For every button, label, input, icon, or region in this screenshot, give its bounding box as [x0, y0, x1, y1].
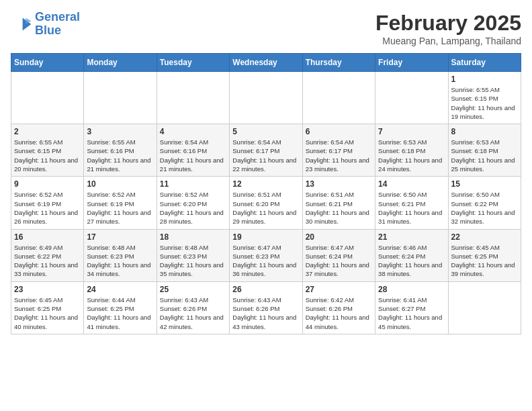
day-number: 28 [378, 285, 445, 294]
calendar-cell [157, 72, 229, 124]
day-info: Sunrise: 6:52 AM Sunset: 6:19 PM Dayligh… [87, 190, 153, 226]
col-header-tuesday: Tuesday [157, 54, 229, 72]
day-info: Sunrise: 6:54 AM Sunset: 6:17 PM Dayligh… [306, 138, 372, 173]
day-info: Sunrise: 6:55 AM Sunset: 6:15 PM Dayligh… [451, 85, 518, 121]
day-number: 16 [14, 232, 81, 242]
calendar-cell [375, 72, 448, 124]
calendar-cell: 15Sunrise: 6:50 AM Sunset: 6:22 PM Dayli… [448, 177, 521, 229]
calendar-cell [448, 281, 521, 334]
day-info: Sunrise: 6:46 AM Sunset: 6:24 PM Dayligh… [378, 243, 445, 279]
calendar-cell: 9Sunrise: 6:52 AM Sunset: 6:19 PM Daylig… [11, 177, 84, 229]
col-header-friday: Friday [375, 54, 448, 72]
day-number: 21 [378, 232, 445, 242]
day-number: 2 [14, 127, 81, 136]
day-info: Sunrise: 6:42 AM Sunset: 6:26 PM Dayligh… [306, 295, 372, 331]
col-header-sunday: Sunday [11, 54, 84, 72]
calendar-cell: 14Sunrise: 6:50 AM Sunset: 6:21 PM Dayli… [375, 177, 448, 229]
calendar-cell: 5Sunrise: 6:54 AM Sunset: 6:17 PM Daylig… [230, 124, 302, 177]
day-number: 25 [160, 285, 226, 294]
col-header-wednesday: Wednesday [230, 54, 302, 72]
day-info: Sunrise: 6:43 AM Sunset: 6:26 PM Dayligh… [160, 295, 226, 331]
day-number: 19 [232, 232, 299, 242]
calendar-cell: 26Sunrise: 6:43 AM Sunset: 6:26 PM Dayli… [230, 281, 302, 334]
calendar-cell: 24Sunrise: 6:44 AM Sunset: 6:25 PM Dayli… [84, 281, 157, 334]
calendar-week-5: 23Sunrise: 6:45 AM Sunset: 6:25 PM Dayli… [11, 281, 521, 334]
day-info: Sunrise: 6:44 AM Sunset: 6:25 PM Dayligh… [87, 295, 153, 331]
day-info: Sunrise: 6:43 AM Sunset: 6:26 PM Dayligh… [232, 295, 299, 331]
calendar-cell: 13Sunrise: 6:51 AM Sunset: 6:21 PM Dayli… [302, 177, 375, 229]
col-header-thursday: Thursday [302, 54, 375, 72]
day-info: Sunrise: 6:47 AM Sunset: 6:24 PM Dayligh… [306, 243, 372, 279]
day-info: Sunrise: 6:49 AM Sunset: 6:22 PM Dayligh… [14, 243, 81, 279]
col-header-monday: Monday [84, 54, 157, 72]
calendar-cell: 23Sunrise: 6:45 AM Sunset: 6:25 PM Dayli… [11, 281, 84, 334]
calendar-cell: 1Sunrise: 6:55 AM Sunset: 6:15 PM Daylig… [448, 72, 521, 124]
day-number: 7 [378, 127, 445, 136]
day-number: 1 [451, 75, 518, 84]
calendar-cell: 25Sunrise: 6:43 AM Sunset: 6:26 PM Dayli… [157, 281, 229, 334]
day-info: Sunrise: 6:52 AM Sunset: 6:20 PM Dayligh… [160, 190, 226, 226]
day-info: Sunrise: 6:51 AM Sunset: 6:21 PM Dayligh… [306, 190, 372, 226]
calendar-week-1: 1Sunrise: 6:55 AM Sunset: 6:15 PM Daylig… [11, 72, 521, 124]
calendar-cell [84, 72, 157, 124]
calendar-week-3: 9Sunrise: 6:52 AM Sunset: 6:19 PM Daylig… [11, 177, 521, 229]
calendar-cell: 3Sunrise: 6:55 AM Sunset: 6:16 PM Daylig… [84, 124, 157, 177]
calendar-cell: 4Sunrise: 6:54 AM Sunset: 6:16 PM Daylig… [157, 124, 229, 177]
calendar-cell: 28Sunrise: 6:41 AM Sunset: 6:27 PM Dayli… [375, 281, 448, 334]
day-info: Sunrise: 6:48 AM Sunset: 6:23 PM Dayligh… [160, 243, 226, 279]
calendar-cell: 18Sunrise: 6:48 AM Sunset: 6:23 PM Dayli… [157, 229, 229, 281]
day-number: 18 [160, 232, 226, 242]
day-number: 14 [378, 179, 445, 189]
day-number: 20 [306, 232, 372, 242]
day-info: Sunrise: 6:53 AM Sunset: 6:18 PM Dayligh… [451, 138, 518, 173]
calendar-cell: 8Sunrise: 6:53 AM Sunset: 6:18 PM Daylig… [448, 124, 521, 177]
day-info: Sunrise: 6:52 AM Sunset: 6:19 PM Dayligh… [14, 190, 81, 226]
day-number: 9 [14, 179, 81, 189]
calendar-header-row: SundayMondayTuesdayWednesdayThursdayFrid… [11, 54, 521, 72]
calendar-cell: 22Sunrise: 6:45 AM Sunset: 6:25 PM Dayli… [448, 229, 521, 281]
day-number: 15 [451, 179, 518, 189]
title-block: February 2025 Mueang Pan, Lampang, Thail… [375, 11, 521, 46]
day-number: 11 [160, 179, 226, 189]
page-header: General Blue February 2025 Mueang Pan, L… [11, 11, 521, 46]
day-number: 24 [87, 285, 153, 294]
day-number: 12 [232, 179, 299, 189]
calendar-cell [11, 72, 84, 124]
day-info: Sunrise: 6:53 AM Sunset: 6:18 PM Dayligh… [378, 138, 445, 173]
calendar-cell: 16Sunrise: 6:49 AM Sunset: 6:22 PM Dayli… [11, 229, 84, 281]
day-info: Sunrise: 6:50 AM Sunset: 6:21 PM Dayligh… [378, 190, 445, 226]
day-info: Sunrise: 6:54 AM Sunset: 6:16 PM Dayligh… [160, 138, 226, 173]
calendar-cell: 12Sunrise: 6:51 AM Sunset: 6:20 PM Dayli… [230, 177, 302, 229]
day-number: 6 [306, 127, 372, 136]
calendar-cell [230, 72, 302, 124]
month-title: February 2025 [375, 11, 521, 36]
logo: General Blue [11, 11, 80, 38]
day-number: 26 [232, 285, 299, 294]
col-header-saturday: Saturday [448, 54, 521, 72]
calendar-cell: 11Sunrise: 6:52 AM Sunset: 6:20 PM Dayli… [157, 177, 229, 229]
calendar-cell: 7Sunrise: 6:53 AM Sunset: 6:18 PM Daylig… [375, 124, 448, 177]
calendar-cell: 10Sunrise: 6:52 AM Sunset: 6:19 PM Dayli… [84, 177, 157, 229]
day-number: 23 [14, 285, 81, 294]
calendar: SundayMondayTuesdayWednesdayThursdayFrid… [11, 53, 521, 334]
day-info: Sunrise: 6:48 AM Sunset: 6:23 PM Dayligh… [87, 243, 153, 279]
calendar-cell: 6Sunrise: 6:54 AM Sunset: 6:17 PM Daylig… [302, 124, 375, 177]
day-info: Sunrise: 6:51 AM Sunset: 6:20 PM Dayligh… [232, 190, 299, 226]
day-info: Sunrise: 6:45 AM Sunset: 6:25 PM Dayligh… [14, 295, 81, 331]
day-number: 8 [451, 127, 518, 136]
day-number: 10 [87, 179, 153, 189]
day-info: Sunrise: 6:54 AM Sunset: 6:17 PM Dayligh… [232, 138, 299, 173]
day-info: Sunrise: 6:45 AM Sunset: 6:25 PM Dayligh… [451, 243, 518, 279]
day-info: Sunrise: 6:47 AM Sunset: 6:23 PM Dayligh… [232, 243, 299, 279]
day-number: 4 [160, 127, 226, 136]
day-info: Sunrise: 6:55 AM Sunset: 6:15 PM Dayligh… [14, 138, 81, 173]
day-info: Sunrise: 6:55 AM Sunset: 6:16 PM Dayligh… [87, 138, 153, 173]
calendar-week-2: 2Sunrise: 6:55 AM Sunset: 6:15 PM Daylig… [11, 124, 521, 177]
calendar-cell [302, 72, 375, 124]
location: Mueang Pan, Lampang, Thailand [375, 36, 521, 46]
day-number: 17 [87, 232, 153, 242]
day-number: 27 [306, 285, 372, 294]
day-info: Sunrise: 6:41 AM Sunset: 6:27 PM Dayligh… [378, 295, 445, 331]
day-number: 5 [232, 127, 299, 136]
logo-text: General Blue [35, 11, 80, 38]
